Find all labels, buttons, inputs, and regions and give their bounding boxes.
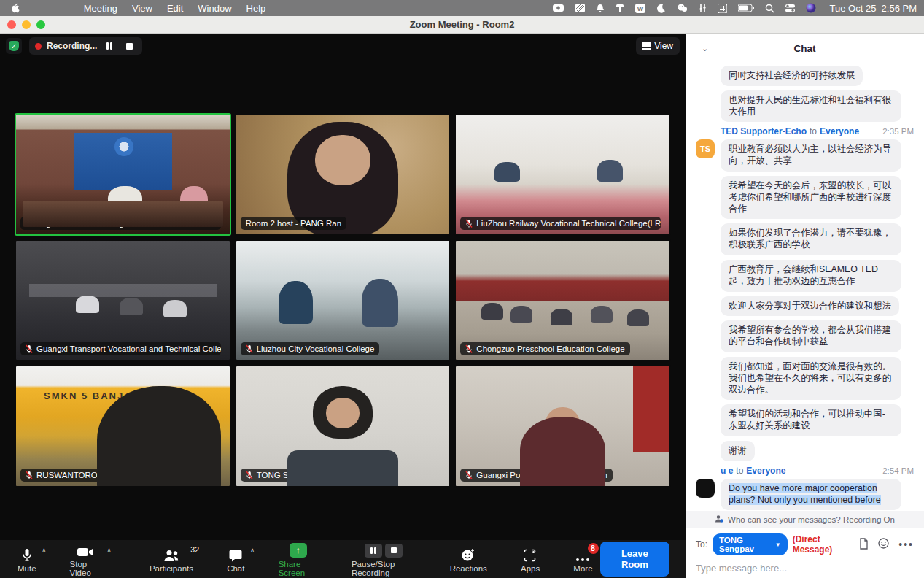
more-button[interactable]: More 8	[566, 540, 599, 578]
message-time: 2:35 PM	[882, 127, 914, 136]
siri-icon[interactable]	[806, 2, 816, 14]
security-shield-icon[interactable]: ✓	[6, 38, 22, 54]
participants-count: 32	[190, 545, 199, 554]
file-attach-icon[interactable]	[859, 538, 869, 552]
participants-button[interactable]: Participants 32	[142, 540, 201, 578]
mute-label: Mute	[18, 564, 36, 573]
video-camera-icon	[77, 542, 93, 558]
participant-name: Guangxi Polytechnic of Contruction	[476, 471, 607, 479]
menu-help[interactable]: Help	[239, 3, 273, 14]
message-more-options-icon[interactable]: •••	[898, 539, 914, 550]
control-center-icon[interactable]	[785, 2, 795, 14]
chat-options-chevron[interactable]: ∧	[250, 547, 255, 554]
meeting-toolbar: Mute ∧ Stop Video ∧ Participants 32 Chat…	[0, 540, 686, 578]
share-screen-label: Share Screen	[279, 560, 318, 577]
video-tile-guangxi-polytechnic[interactable]: Guangxi Polytechnic of Contruction	[454, 365, 671, 488]
recipient-selector[interactable]: TONG Sengpav ▼	[713, 533, 788, 555]
selected-text: Do you have more major cooperation plans…	[729, 483, 881, 505]
recipient-dropdown-caret-icon: ▼	[775, 542, 781, 548]
utilities-icon[interactable]	[699, 2, 707, 14]
stop-recording-icon[interactable]	[122, 40, 136, 52]
chat-message-header: TED Supporter-Echo to Everyone 2:35 PM	[721, 126, 914, 136]
muted-mic-icon	[465, 344, 473, 353]
stop-recording-toolbar-icon[interactable]	[385, 544, 403, 558]
participants-label: Participants	[150, 564, 193, 573]
message-input[interactable]	[696, 555, 914, 578]
chat-message: 广西教育厅，会继续和SEAMEO TED一起，致力于推动双边的互惠合作	[696, 260, 914, 292]
apps-label: Apps	[521, 564, 540, 573]
share-screen-icon: ↑	[290, 543, 307, 558]
screen-recording-icon[interactable]	[552, 2, 564, 14]
sender-name[interactable]: u e	[721, 466, 733, 476]
apple-menu-icon[interactable]	[7, 3, 23, 13]
recording-indicator: Recording...	[29, 37, 142, 55]
privacy-notice-text: Who can see your messages? Recording On	[728, 515, 895, 524]
word-icon[interactable]: W	[635, 2, 645, 14]
battery-icon[interactable]	[738, 2, 754, 14]
chat-message: 欢迎大家分享对于双边合作的建议和想法	[696, 296, 914, 317]
menu-window[interactable]: Window	[190, 3, 238, 14]
video-tile-liuzhou-railway[interactable]: LiuZhou Railway Vocational Technical Col…	[454, 113, 671, 236]
reactions-button[interactable]: Reactions	[443, 540, 494, 578]
recording-dot-icon	[35, 43, 42, 50]
chat-button[interactable]: Chat ∧	[220, 540, 252, 578]
avatar: TS	[696, 139, 715, 158]
to-label: To:	[696, 539, 707, 550]
menu-edit[interactable]: Edit	[160, 3, 190, 14]
chat-message: TS 职业教育必须以人为主，以社会经济为导向，开放、共享	[696, 139, 914, 172]
video-tile-pang-ran[interactable]: Room 2 host - PANG Ran	[235, 113, 451, 236]
chat-bubble-icon	[229, 546, 242, 562]
wechat-icon[interactable]	[677, 2, 688, 14]
moon-icon[interactable]	[656, 2, 666, 14]
video-tile-ruswantoro[interactable]: SMKN 5 BANJARMA RUSWANTORO Vocational Hi…	[15, 365, 231, 488]
pause-recording-icon[interactable]	[102, 40, 117, 52]
notification-bell-icon[interactable]	[596, 2, 605, 14]
pause-stop-recording-label: Pause/Stop Recording	[352, 560, 416, 577]
grid-hash-icon[interactable]	[718, 2, 727, 14]
reactions-smiley-icon	[461, 546, 475, 562]
collapse-chat-chevron-icon[interactable]: ⌄	[702, 44, 708, 53]
mute-button[interactable]: Mute ∧	[10, 540, 44, 578]
video-tile-tong-sengpav[interactable]: TONG Sengpav	[235, 365, 451, 488]
chat-message-list[interactable]: 同时支持社会经济的可持续发展 也对提升人民的生活标准和社会福利有很大作用 TED…	[686, 63, 924, 511]
share-screen-button[interactable]: ↑ Share Screen	[271, 540, 325, 578]
grid-view-icon	[642, 42, 651, 50]
chat-message: 我希望在今天的会后，东盟的校长，可以考虑你们希望和哪所广西的学校进行深度合作	[696, 176, 914, 219]
menu-view[interactable]: View	[125, 3, 160, 14]
chat-privacy-notice[interactable]: Who can see your messages? Recording On	[686, 511, 924, 528]
recipient-scope[interactable]: Everyone	[746, 466, 785, 476]
pause-stop-recording-button[interactable]: Pause/Stop Recording	[344, 540, 424, 578]
school-emblem	[114, 137, 133, 156]
recipient-scope[interactable]: Everyone	[820, 126, 859, 136]
window-titlebar: Zoom Meeting - Room2	[0, 16, 924, 34]
chat-message: 希望我们的活动和合作，可以推动中国-东盟友好关系的建设	[696, 404, 914, 436]
apps-button[interactable]: Apps	[513, 540, 547, 578]
display-stripes-icon[interactable]	[575, 2, 585, 14]
participant-silhouette	[108, 186, 142, 212]
video-tile-guangxi-water[interactable]: Guangxi Vocational College of Water Reso…	[15, 113, 231, 236]
sender-name[interactable]: TED Supporter-Echo	[721, 126, 807, 136]
video-tile-chongzuo[interactable]: Chongzuo Preschool Education College	[454, 239, 671, 362]
privacy-person-icon	[715, 515, 723, 525]
direct-message-label: (Direct Message)	[793, 534, 855, 555]
participant-silhouette	[180, 186, 208, 215]
pause-recording-toolbar-icon[interactable]	[365, 544, 382, 558]
participant-name: RUSWANTORO Vocational High School 5 Banj…	[36, 471, 221, 479]
muted-mic-icon	[26, 471, 33, 479]
view-button[interactable]: View	[636, 37, 680, 55]
stop-video-button[interactable]: Stop Video ∧	[63, 540, 109, 578]
mute-options-chevron[interactable]: ∧	[42, 547, 47, 554]
video-tile-guangxi-transport[interactable]: Guangxi Transport Vocational and Technic…	[15, 239, 231, 362]
hammer-icon[interactable]	[616, 2, 624, 14]
video-options-chevron[interactable]: ∧	[106, 547, 112, 554]
search-icon[interactable]	[765, 2, 774, 14]
chat-label: Chat	[227, 564, 244, 573]
participant-name: Guangxi Vocational College of Water Reso…	[26, 219, 221, 228]
emoji-icon[interactable]	[878, 538, 889, 551]
menu-meeting[interactable]: Meeting	[77, 3, 125, 14]
video-tile-liuzhou-city[interactable]: Liuzhou City Vocational College	[235, 239, 451, 362]
participant-name: Liuzhou City Vocational College	[257, 344, 375, 353]
leave-room-button[interactable]: Leave Room	[600, 542, 670, 577]
microphone-icon	[22, 546, 32, 562]
participant-name: TONG Sengpav	[257, 471, 317, 479]
